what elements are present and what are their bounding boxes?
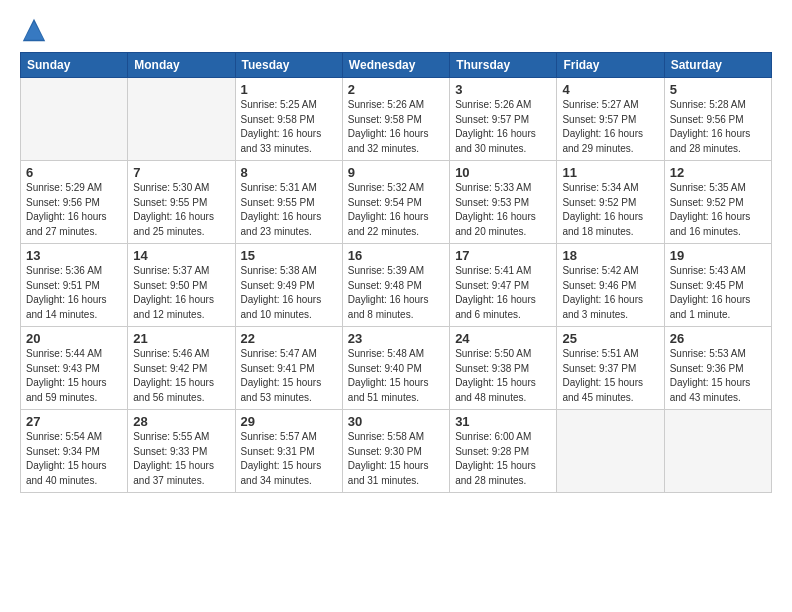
day-number: 23 [348,331,444,346]
day-number: 24 [455,331,551,346]
day-number: 12 [670,165,766,180]
day-number: 9 [348,165,444,180]
day-number: 13 [26,248,122,263]
calendar-header-tuesday: Tuesday [235,53,342,78]
day-number: 15 [241,248,337,263]
day-number: 11 [562,165,658,180]
calendar-week-3: 13Sunrise: 5:36 AM Sunset: 9:51 PM Dayli… [21,244,772,327]
calendar-cell: 20Sunrise: 5:44 AM Sunset: 9:43 PM Dayli… [21,327,128,410]
day-number: 20 [26,331,122,346]
day-info: Sunrise: 5:54 AM Sunset: 9:34 PM Dayligh… [26,430,122,488]
day-info: Sunrise: 5:34 AM Sunset: 9:52 PM Dayligh… [562,181,658,239]
calendar-cell: 3Sunrise: 5:26 AM Sunset: 9:57 PM Daylig… [450,78,557,161]
day-info: Sunrise: 5:55 AM Sunset: 9:33 PM Dayligh… [133,430,229,488]
calendar-cell [21,78,128,161]
calendar-cell: 26Sunrise: 5:53 AM Sunset: 9:36 PM Dayli… [664,327,771,410]
calendar-cell: 13Sunrise: 5:36 AM Sunset: 9:51 PM Dayli… [21,244,128,327]
calendar-header-wednesday: Wednesday [342,53,449,78]
calendar-header-saturday: Saturday [664,53,771,78]
day-number: 14 [133,248,229,263]
calendar-cell: 16Sunrise: 5:39 AM Sunset: 9:48 PM Dayli… [342,244,449,327]
calendar-cell: 14Sunrise: 5:37 AM Sunset: 9:50 PM Dayli… [128,244,235,327]
calendar-cell: 18Sunrise: 5:42 AM Sunset: 9:46 PM Dayli… [557,244,664,327]
day-info: Sunrise: 5:38 AM Sunset: 9:49 PM Dayligh… [241,264,337,322]
calendar-cell: 11Sunrise: 5:34 AM Sunset: 9:52 PM Dayli… [557,161,664,244]
day-info: Sunrise: 5:53 AM Sunset: 9:36 PM Dayligh… [670,347,766,405]
calendar-cell: 9Sunrise: 5:32 AM Sunset: 9:54 PM Daylig… [342,161,449,244]
calendar-cell: 22Sunrise: 5:47 AM Sunset: 9:41 PM Dayli… [235,327,342,410]
calendar-cell: 15Sunrise: 5:38 AM Sunset: 9:49 PM Dayli… [235,244,342,327]
day-number: 21 [133,331,229,346]
day-number: 27 [26,414,122,429]
calendar-cell: 17Sunrise: 5:41 AM Sunset: 9:47 PM Dayli… [450,244,557,327]
calendar-header-sunday: Sunday [21,53,128,78]
calendar-cell: 21Sunrise: 5:46 AM Sunset: 9:42 PM Dayli… [128,327,235,410]
day-info: Sunrise: 5:36 AM Sunset: 9:51 PM Dayligh… [26,264,122,322]
day-info: Sunrise: 5:30 AM Sunset: 9:55 PM Dayligh… [133,181,229,239]
day-number: 3 [455,82,551,97]
calendar-header-thursday: Thursday [450,53,557,78]
calendar-week-2: 6Sunrise: 5:29 AM Sunset: 9:56 PM Daylig… [21,161,772,244]
calendar-week-5: 27Sunrise: 5:54 AM Sunset: 9:34 PM Dayli… [21,410,772,493]
calendar-cell: 4Sunrise: 5:27 AM Sunset: 9:57 PM Daylig… [557,78,664,161]
day-info: Sunrise: 5:26 AM Sunset: 9:57 PM Dayligh… [455,98,551,156]
day-number: 10 [455,165,551,180]
day-info: Sunrise: 5:44 AM Sunset: 9:43 PM Dayligh… [26,347,122,405]
page: SundayMondayTuesdayWednesdayThursdayFrid… [0,0,792,612]
day-info: Sunrise: 5:25 AM Sunset: 9:58 PM Dayligh… [241,98,337,156]
calendar-header-monday: Monday [128,53,235,78]
calendar-cell: 12Sunrise: 5:35 AM Sunset: 9:52 PM Dayli… [664,161,771,244]
day-info: Sunrise: 5:43 AM Sunset: 9:45 PM Dayligh… [670,264,766,322]
calendar-cell: 8Sunrise: 5:31 AM Sunset: 9:55 PM Daylig… [235,161,342,244]
day-info: Sunrise: 5:57 AM Sunset: 9:31 PM Dayligh… [241,430,337,488]
calendar-cell [128,78,235,161]
day-info: Sunrise: 5:46 AM Sunset: 9:42 PM Dayligh… [133,347,229,405]
day-number: 16 [348,248,444,263]
calendar-header-row: SundayMondayTuesdayWednesdayThursdayFrid… [21,53,772,78]
day-number: 26 [670,331,766,346]
day-number: 19 [670,248,766,263]
day-info: Sunrise: 5:27 AM Sunset: 9:57 PM Dayligh… [562,98,658,156]
header [20,16,772,44]
day-info: Sunrise: 5:28 AM Sunset: 9:56 PM Dayligh… [670,98,766,156]
day-info: Sunrise: 5:31 AM Sunset: 9:55 PM Dayligh… [241,181,337,239]
day-number: 28 [133,414,229,429]
calendar-cell: 10Sunrise: 5:33 AM Sunset: 9:53 PM Dayli… [450,161,557,244]
calendar-cell: 28Sunrise: 5:55 AM Sunset: 9:33 PM Dayli… [128,410,235,493]
day-info: Sunrise: 5:42 AM Sunset: 9:46 PM Dayligh… [562,264,658,322]
calendar-cell: 5Sunrise: 5:28 AM Sunset: 9:56 PM Daylig… [664,78,771,161]
day-number: 18 [562,248,658,263]
day-number: 31 [455,414,551,429]
day-info: Sunrise: 5:33 AM Sunset: 9:53 PM Dayligh… [455,181,551,239]
calendar-cell: 30Sunrise: 5:58 AM Sunset: 9:30 PM Dayli… [342,410,449,493]
day-number: 2 [348,82,444,97]
day-info: Sunrise: 5:51 AM Sunset: 9:37 PM Dayligh… [562,347,658,405]
logo-icon [20,16,48,44]
day-info: Sunrise: 5:35 AM Sunset: 9:52 PM Dayligh… [670,181,766,239]
day-info: Sunrise: 5:37 AM Sunset: 9:50 PM Dayligh… [133,264,229,322]
day-number: 8 [241,165,337,180]
day-info: Sunrise: 6:00 AM Sunset: 9:28 PM Dayligh… [455,430,551,488]
calendar-cell: 7Sunrise: 5:30 AM Sunset: 9:55 PM Daylig… [128,161,235,244]
calendar-week-1: 1Sunrise: 5:25 AM Sunset: 9:58 PM Daylig… [21,78,772,161]
day-number: 6 [26,165,122,180]
calendar-cell: 1Sunrise: 5:25 AM Sunset: 9:58 PM Daylig… [235,78,342,161]
day-number: 5 [670,82,766,97]
calendar-cell: 6Sunrise: 5:29 AM Sunset: 9:56 PM Daylig… [21,161,128,244]
day-info: Sunrise: 5:48 AM Sunset: 9:40 PM Dayligh… [348,347,444,405]
day-info: Sunrise: 5:32 AM Sunset: 9:54 PM Dayligh… [348,181,444,239]
day-number: 1 [241,82,337,97]
day-number: 29 [241,414,337,429]
day-info: Sunrise: 5:29 AM Sunset: 9:56 PM Dayligh… [26,181,122,239]
logo [20,16,50,44]
day-info: Sunrise: 5:58 AM Sunset: 9:30 PM Dayligh… [348,430,444,488]
calendar-cell: 27Sunrise: 5:54 AM Sunset: 9:34 PM Dayli… [21,410,128,493]
day-info: Sunrise: 5:47 AM Sunset: 9:41 PM Dayligh… [241,347,337,405]
day-number: 7 [133,165,229,180]
day-number: 4 [562,82,658,97]
day-info: Sunrise: 5:26 AM Sunset: 9:58 PM Dayligh… [348,98,444,156]
calendar-cell: 19Sunrise: 5:43 AM Sunset: 9:45 PM Dayli… [664,244,771,327]
calendar-table: SundayMondayTuesdayWednesdayThursdayFrid… [20,52,772,493]
day-number: 25 [562,331,658,346]
day-number: 30 [348,414,444,429]
